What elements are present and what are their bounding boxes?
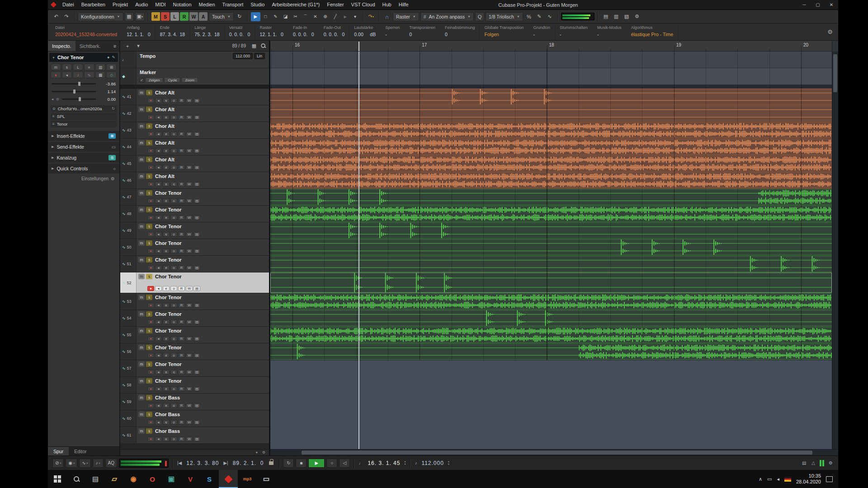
channel-strip-icon[interactable]: ▥ <box>95 64 106 70</box>
section-quick-controls[interactable]: ▶Quick Controls○ <box>48 164 119 174</box>
record-arm-button[interactable]: ● <box>147 249 154 253</box>
goto-left-locator-icon[interactable]: |◀ <box>176 460 183 465</box>
monitor-button[interactable]: ◂ <box>155 403 162 408</box>
monitor-button[interactable]: ◂ <box>155 319 162 324</box>
track-row[interactable]: ∿57msChor Tenor●◂eoRW▤ <box>120 360 269 377</box>
vertical-scrollbar[interactable] <box>832 52 838 449</box>
line-tool[interactable]: ╱ <box>330 12 340 21</box>
lanes-button[interactable]: ▤ <box>193 265 200 270</box>
mute-button[interactable]: m <box>138 174 145 179</box>
tray-volume-icon[interactable]: ◂ <box>777 476 779 482</box>
menu-item[interactable]: Datei <box>59 0 78 9</box>
mute-button[interactable]: m <box>138 140 145 145</box>
lanes-button[interactable]: ▤ <box>193 370 200 375</box>
edit-channel-button[interactable]: e <box>163 319 170 324</box>
track-row[interactable]: ∿49msChor Tenor●◂eoRW▤ <box>120 222 269 239</box>
cycle-button[interactable]: ↻ <box>283 459 294 468</box>
freeze-button[interactable]: o <box>170 131 177 136</box>
tempo-display[interactable]: 112.000 <box>420 460 446 466</box>
read-automation-button[interactable]: R <box>178 131 185 136</box>
read-automation-button[interactable]: R <box>178 249 185 253</box>
info-field-value[interactable]: - <box>533 32 551 37</box>
track-row[interactable]: ∿41msChor Alt●◂eoRW▤ <box>120 89 269 105</box>
menu-item[interactable]: Medien <box>195 0 219 9</box>
monitor-button[interactable]: ◂ <box>155 232 162 237</box>
solo-button[interactable]: s <box>146 412 152 417</box>
read-automation-button[interactable]: R <box>178 215 185 220</box>
mute-button[interactable]: m <box>138 224 145 229</box>
record-arm-button[interactable]: ● <box>147 353 154 358</box>
add-track-button[interactable]: + <box>123 42 132 51</box>
monitor-button[interactable]: ◂ <box>155 303 162 308</box>
listen-icon[interactable]: L <box>73 64 83 70</box>
track-row[interactable]: ∿61msChor Bass●◂eoRW▤ <box>120 427 269 444</box>
marker-zeigen-button[interactable]: Zeigen <box>145 77 163 83</box>
mute-button[interactable]: m <box>138 345 145 350</box>
opera-icon[interactable]: O <box>143 470 162 488</box>
tab-editor[interactable]: Editor <box>69 447 92 455</box>
volume-slider[interactable] <box>52 83 96 84</box>
write-automation-button[interactable]: W <box>186 353 193 358</box>
tempo-value[interactable]: 112.000 <box>233 53 253 59</box>
info-field-value[interactable]: 20200424_153248-converted <box>55 32 117 37</box>
edit-channel-button[interactable]: e <box>163 436 170 441</box>
position-display[interactable]: 16. 3. 1. 45 <box>366 460 402 466</box>
record-arm-button[interactable]: ● <box>147 198 154 203</box>
menu-item[interactable]: Transport <box>219 0 247 9</box>
record-arm-button[interactable]: ● <box>147 182 154 187</box>
cubase-icon[interactable] <box>219 470 238 488</box>
draw-tool[interactable]: ✎ <box>271 12 280 21</box>
lanes-button[interactable]: ▤ <box>193 98 200 103</box>
record-arm-button[interactable]: ● <box>147 386 154 391</box>
precount-icon[interactable]: ◁ <box>339 459 350 468</box>
mute-button[interactable]: m <box>138 207 145 212</box>
auto-scroll-icon[interactable]: ↷▾ <box>367 12 376 21</box>
monitor-button[interactable]: ◂ <box>155 131 162 136</box>
track-row[interactable]: ∿56msChor Tenor●◂eoRW▤ <box>120 343 269 360</box>
edit-pencil-icon[interactable]: ✎ <box>112 55 115 60</box>
record-arm-button[interactable]: ● <box>147 232 154 237</box>
read-automation-button[interactable]: R <box>178 370 185 375</box>
playhead[interactable] <box>359 52 359 449</box>
freeze-button[interactable]: o <box>170 386 177 391</box>
record-arm-button[interactable]: ● <box>147 403 154 408</box>
edit-channel-button[interactable]: e <box>163 98 170 103</box>
write-automation-button[interactable]: W <box>186 232 193 237</box>
solo-button[interactable]: s <box>146 361 152 367</box>
write-automation-button[interactable]: W <box>186 182 193 187</box>
edit-channel-button[interactable]: e <box>163 182 170 187</box>
menu-item[interactable]: Hub <box>379 0 395 9</box>
read-automation-button[interactable]: R <box>178 436 185 441</box>
edit-channel-button[interactable]: e <box>163 232 170 237</box>
mute-button[interactable]: m <box>138 378 145 384</box>
lanes-button[interactable]: ▤ <box>193 336 200 341</box>
edit-channel-button[interactable]: e <box>163 353 170 358</box>
snap-type-dropdown[interactable]: Raster▼ <box>393 12 419 21</box>
arrange-lane[interactable] <box>270 89 832 105</box>
language-flag-icon[interactable] <box>784 477 791 482</box>
inspector-menu-icon[interactable]: ≡ <box>110 42 119 50</box>
marker-lane[interactable] <box>270 68 832 85</box>
info-field-value[interactable]: 0. 0. 0. 0 <box>229 32 250 37</box>
delay-value[interactable]: 0.00 <box>99 97 116 102</box>
record-arm-button[interactable]: ● <box>147 98 154 103</box>
notification-center-icon[interactable] <box>826 476 833 482</box>
read-automation-button[interactable]: R <box>178 353 185 358</box>
lanes-button[interactable]: ▤ <box>193 436 200 441</box>
read-automation-button[interactable]: R <box>178 198 185 203</box>
tray-display-icon[interactable]: ▭ <box>767 476 772 482</box>
solo-button[interactable]: s <box>146 328 152 333</box>
arrange-lane[interactable] <box>270 105 832 122</box>
solo-button[interactable]: s <box>146 345 152 350</box>
mute-button[interactable]: m <box>138 257 145 263</box>
arrange-lane[interactable] <box>270 272 832 293</box>
write-automation-button[interactable]: W <box>186 403 193 408</box>
mute-button[interactable]: m <box>138 428 145 434</box>
lock-icon[interactable] <box>269 461 274 465</box>
read-automation-button[interactable]: R <box>178 115 185 120</box>
read-automation-button[interactable]: R <box>178 420 185 425</box>
tab-visibility[interactable]: Sichtbark. <box>75 41 105 51</box>
auto-quantize-button[interactable]: AQ <box>105 459 117 468</box>
record-button[interactable]: ○ <box>326 459 337 468</box>
lanes-button[interactable]: ▤ <box>193 198 200 203</box>
